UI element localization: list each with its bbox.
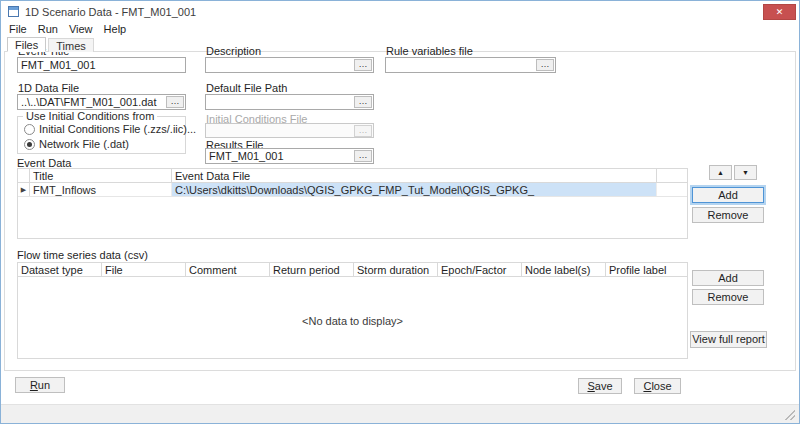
menu-bar: File Run View Help [1,23,799,37]
close-button[interactable]: ✕ [763,4,796,20]
browse-ellipsis-icon[interactable]: … [536,59,554,71]
column-header-profile-label[interactable]: Profile label [606,263,687,276]
event-remove-button[interactable]: Remove [692,207,764,223]
browse-ellipsis-icon: … [354,125,372,137]
up-arrow-icon: ▲ [717,169,724,176]
tab-strip: Files Times [1,37,799,52]
initial-conditions-file-input [206,125,354,137]
row-indicator-icon: ▶ [18,183,30,196]
default-file-path-field[interactable]: … [205,94,374,110]
menu-item-file[interactable]: File [9,23,33,37]
radio-initial-conditions-file[interactable]: Initial Conditions File (.zzs/.iic)... [24,123,196,135]
menu-item-run[interactable]: Run [38,23,64,37]
window-title: 1D Scenario Data - FMT_M01_001 [25,6,196,18]
flow-series-grid[interactable]: Dataset type File Comment Return period … [17,262,688,359]
title-bar[interactable]: 1D Scenario Data - FMT_M01_001 ✕ [1,1,799,23]
event-file-cell[interactable]: C:\Users\dkitts\Downloads\QGIS_GPKG_FMP_… [172,183,657,196]
results-file-field[interactable]: … [205,148,374,164]
close-icon: ✕ [776,7,784,17]
radio-icon[interactable] [24,124,35,135]
save-button[interactable]: Save [578,378,622,394]
column-header-event-data-file[interactable]: Event Data File [172,169,657,182]
radio-network-file[interactable]: Network File (.dat) [24,138,129,150]
flow-add-button[interactable]: Add [692,270,764,286]
close-dialog-button[interactable]: Close [634,378,681,394]
column-header-epoch-factor[interactable]: Epoch/Factor [438,263,522,276]
status-bar [1,404,799,423]
rule-variables-file-input[interactable] [386,59,536,71]
radio-label: Network File (.dat) [39,138,129,150]
initial-conditions-group-label: Use Initial Conditions from [23,110,157,122]
column-header-storm-duration[interactable]: Storm duration [354,263,438,276]
rule-variables-file-field[interactable]: … [385,57,556,73]
column-header-node-labels[interactable]: Node label(s) [522,263,606,276]
default-file-path-input[interactable] [206,96,354,108]
dialog-window: 1D Scenario Data - FMT_M01_001 ✕ File Ru… [0,0,800,424]
initial-conditions-groupbox: Use Initial Conditions from Initial Cond… [17,116,186,154]
flow-grid-header: Dataset type File Comment Return period … [18,263,687,277]
flow-remove-button[interactable]: Remove [692,289,764,305]
tab-times[interactable]: Times [48,38,94,52]
event-title-cell[interactable]: FMT_Inflows [30,183,172,196]
data-file-1d-field[interactable]: … [17,94,186,110]
event-data-row[interactable]: ▶ FMT_Inflows C:\Users\dkitts\Downloads\… [18,183,687,197]
data-file-1d-label: 1D Data File [18,82,79,94]
event-data-grid[interactable]: Title Event Data File ▶ FMT_Inflows C:\U… [17,168,688,239]
results-file-input[interactable] [206,150,354,162]
default-file-path-label: Default File Path [206,82,287,94]
column-header-dataset-type[interactable]: Dataset type [18,263,102,276]
initial-conditions-file-field: … [205,123,374,138]
no-data-placeholder: <No data to display> [18,315,687,327]
event-grid-header: Title Event Data File [18,169,687,183]
column-header-return-period[interactable]: Return period [270,263,354,276]
resize-grip-icon[interactable] [785,410,795,420]
flow-series-label: Flow time series data (csv) [17,249,148,261]
description-input[interactable] [206,59,354,71]
move-down-button[interactable]: ▼ [734,165,757,180]
event-add-button[interactable]: Add [692,187,764,203]
app-icon [8,6,19,17]
data-file-1d-input[interactable] [18,96,166,108]
browse-ellipsis-icon[interactable]: … [354,150,372,162]
tab-files[interactable]: Files [7,37,46,52]
column-header-title[interactable]: Title [30,169,172,182]
view-full-report-button[interactable]: View full report [690,331,767,348]
run-button[interactable]: Run [15,377,65,393]
event-title-input[interactable] [18,59,185,71]
row-indicator-header [18,169,30,182]
menu-item-help[interactable]: Help [104,23,133,37]
radio-label: Initial Conditions File (.zzs/.iic)... [39,123,196,135]
menu-item-view[interactable]: View [69,23,99,37]
event-title-field[interactable] [17,57,186,73]
description-field[interactable]: … [205,57,374,73]
browse-ellipsis-icon[interactable]: … [354,96,372,108]
browse-ellipsis-icon[interactable]: … [354,59,372,71]
move-up-button[interactable]: ▲ [709,165,732,180]
browse-ellipsis-icon[interactable]: … [166,96,184,108]
down-arrow-icon: ▼ [742,169,749,176]
column-header-file[interactable]: File [102,263,186,276]
column-header-comment[interactable]: Comment [186,263,270,276]
radio-checked-icon[interactable] [24,139,35,150]
